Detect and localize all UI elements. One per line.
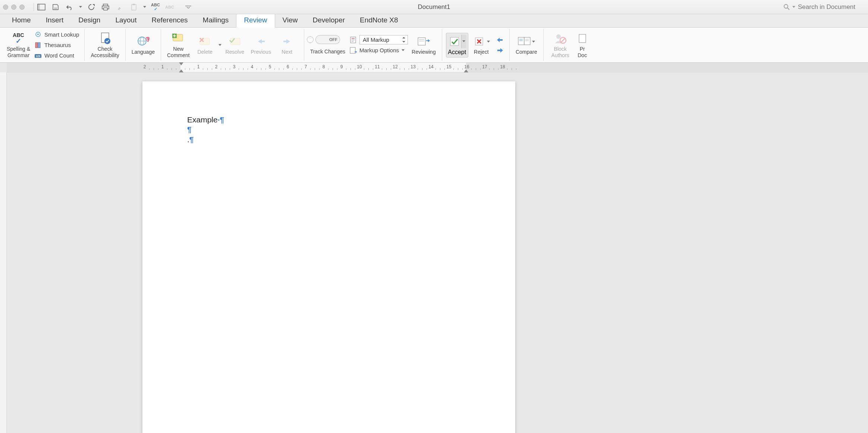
tab-mailings[interactable]: Mailings <box>195 14 236 27</box>
document-canvas[interactable]: Example·¶ ¶ .¶ <box>7 72 868 433</box>
svg-rect-45 <box>500 39 503 41</box>
tab-review[interactable]: Review <box>236 13 275 28</box>
svg-rect-5 <box>104 8 107 10</box>
page[interactable]: Example·¶ ¶ .¶ <box>142 81 515 433</box>
tab-insert[interactable]: Insert <box>38 14 71 27</box>
ribbon-tabs: Home Insert Design Layout References Mai… <box>0 14 868 28</box>
block-authors-icon <box>554 32 567 45</box>
save-icon[interactable] <box>50 2 61 12</box>
reject-dropdown[interactable] <box>487 41 490 43</box>
compare-icon <box>518 35 531 48</box>
count-icon: 123 <box>34 52 42 60</box>
next-comment-button: Next <box>274 34 300 56</box>
check-accessibility-button[interactable]: Check Accessibility <box>88 31 121 59</box>
block-authors-button: Block Authors <box>547 31 573 59</box>
svg-rect-56 <box>579 34 586 43</box>
svg-rect-1 <box>38 4 40 10</box>
svg-line-10 <box>787 8 789 10</box>
svg-rect-38 <box>418 38 425 45</box>
compare-dropdown[interactable] <box>532 41 535 43</box>
tab-developer[interactable]: Developer <box>305 14 352 27</box>
group-language: 字 Language <box>126 29 161 61</box>
svg-rect-46 <box>497 50 500 51</box>
paintbrush-icon <box>114 2 125 12</box>
markup-options-button[interactable]: Markup Options <box>347 45 409 56</box>
protect-document-button[interactable]: Pr Doc <box>573 31 591 59</box>
track-changes-button[interactable]: OFF Track Changes <box>308 34 347 55</box>
spellcheck-small-icon[interactable]: ABC✓ <box>150 2 161 12</box>
svg-rect-7 <box>133 4 135 5</box>
undo-dropdown[interactable] <box>79 6 82 8</box>
reject-button[interactable]: Reject <box>468 34 494 56</box>
resolve-comment-button: Resolve <box>222 34 248 56</box>
customize-qat[interactable] <box>183 2 194 12</box>
print-icon[interactable] <box>100 2 111 12</box>
svg-rect-37 <box>350 47 355 53</box>
reviewing-pane-button[interactable]: Reviewing <box>409 34 438 56</box>
next-change-button[interactable] <box>494 45 506 56</box>
clipboard-dropdown[interactable] <box>143 6 147 8</box>
close-window[interactable] <box>3 4 8 10</box>
accept-icon <box>448 35 461 48</box>
ribbon: ABC✓ Spelling & Grammar Smart Lookup The… <box>0 28 868 63</box>
spellcheck-icon: ABC✓ <box>12 32 25 45</box>
zoom-window[interactable] <box>19 4 25 10</box>
doc-line-1[interactable]: Example·¶ <box>187 115 471 125</box>
delete-dropdown[interactable] <box>218 44 222 46</box>
accept-button[interactable]: Accept <box>446 33 468 57</box>
accept-dropdown[interactable] <box>461 35 466 48</box>
svg-point-12 <box>37 34 39 35</box>
search-input[interactable] <box>798 3 865 11</box>
thesaurus-button[interactable]: Thesaurus <box>32 40 81 50</box>
search-dropdown[interactable] <box>792 6 796 8</box>
svg-text:123: 123 <box>36 55 40 57</box>
doc-line-3[interactable]: .¶ <box>187 135 471 144</box>
spelling-grammar-button[interactable]: ABC✓ Spelling & Grammar <box>4 31 32 59</box>
horizontal-ruler[interactable]: 21123456789101112131415161718 <box>7 63 868 72</box>
search-box[interactable] <box>784 3 865 11</box>
window-controls <box>3 4 25 10</box>
redo-icon[interactable] <box>86 2 97 12</box>
book-icon <box>34 41 42 49</box>
tab-home[interactable]: Home <box>4 14 38 27</box>
resolve-icon <box>228 35 242 48</box>
markup-doc-icon <box>349 36 357 44</box>
tab-references[interactable]: References <box>144 14 195 27</box>
reviewing-icon <box>417 35 430 48</box>
svg-rect-48 <box>524 37 530 45</box>
tab-design[interactable]: Design <box>71 14 108 27</box>
new-comment-button[interactable]: New Comment <box>165 31 192 59</box>
tab-endnote[interactable]: EndNote X8 <box>352 14 405 27</box>
tab-layout[interactable]: Layout <box>108 14 144 27</box>
svg-rect-6 <box>132 4 136 10</box>
svg-point-53 <box>556 34 561 39</box>
clipboard-icon <box>129 2 139 12</box>
vertical-ruler[interactable] <box>0 72 7 433</box>
smart-lookup-button[interactable]: Smart Lookup <box>32 29 81 40</box>
group-comments: New Comment Delete Resolve Previous Next <box>161 29 304 61</box>
abc-icon: ABC <box>164 2 175 12</box>
compare-button[interactable]: Compare <box>513 34 540 56</box>
svg-rect-14 <box>38 43 40 48</box>
undo-icon[interactable] <box>65 2 75 12</box>
lock-icon <box>576 32 589 45</box>
arrow-left-icon <box>254 35 268 48</box>
markup-mode-dropdown[interactable]: All Markup <box>359 35 408 44</box>
doc-view-icon[interactable] <box>36 2 47 12</box>
track-changes-toggle[interactable]: OFF <box>315 35 340 44</box>
doc-line-2[interactable]: ¶ <box>187 125 471 134</box>
markup-mode-row: All Markup <box>347 35 409 45</box>
tab-view[interactable]: View <box>275 14 305 27</box>
minimize-window[interactable] <box>11 4 16 10</box>
proofing-tools: Smart Lookup Thesaurus 123 Word Count <box>32 29 81 61</box>
word-count-button[interactable]: 123 Word Count <box>32 50 81 61</box>
quick-access-toolbar: ABC✓ ABC <box>36 2 194 12</box>
group-accessibility: Check Accessibility <box>85 29 125 61</box>
previous-comment-button: Previous <box>248 34 274 56</box>
markup-options-icon <box>349 46 357 54</box>
language-button[interactable]: 字 Language <box>129 34 157 56</box>
reject-icon <box>472 35 486 48</box>
svg-rect-32 <box>283 41 286 42</box>
titlebar: ABC✓ ABC Document1 <box>0 0 868 14</box>
previous-change-button[interactable] <box>494 35 506 45</box>
